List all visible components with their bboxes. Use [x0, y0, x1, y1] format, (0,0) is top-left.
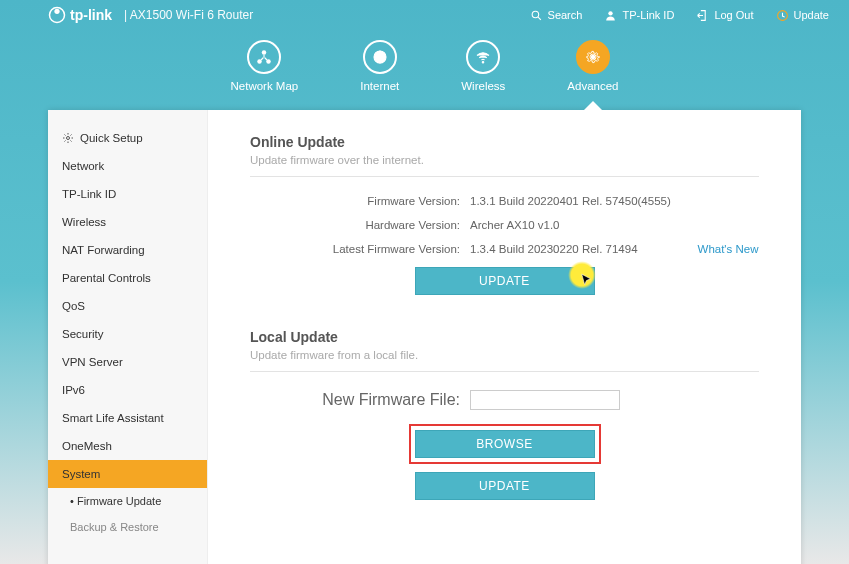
logout-link[interactable]: Log Out: [696, 9, 753, 22]
sidebar-item[interactable]: Parental Controls: [48, 264, 207, 292]
update-icon: [776, 9, 789, 22]
firmware-version-value: 1.3.1 Build 20220401 Rel. 57450(4555): [470, 195, 671, 207]
tab-network-map[interactable]: Network Map: [231, 40, 299, 92]
user-icon: [604, 9, 617, 22]
sidebar-sub-backup-restore[interactable]: Backup & Restore: [48, 514, 207, 540]
svg-point-14: [67, 137, 70, 140]
product-name: | AX1500 Wi-Fi 6 Router: [124, 8, 253, 22]
search-link[interactable]: Search: [530, 9, 583, 22]
globe-icon: [371, 48, 389, 66]
tab-internet[interactable]: Internet: [360, 40, 399, 92]
network-map-icon: [255, 48, 273, 66]
hardware-version-label: Hardware Version:: [250, 219, 470, 231]
latest-firmware-label: Latest Firmware Version:: [250, 243, 470, 255]
tplink-logo-icon: [48, 6, 66, 24]
sidebar-item[interactable]: QoS: [48, 292, 207, 320]
sidebar-item[interactable]: Smart Life Assistant: [48, 404, 207, 432]
tplink-id-link[interactable]: TP-Link ID: [604, 9, 674, 22]
svg-point-4: [609, 11, 613, 15]
browse-button[interactable]: BROWSE: [415, 430, 595, 458]
latest-firmware-value: 1.3.4 Build 20230220 Rel. 71494: [470, 243, 638, 255]
local-update-button[interactable]: UPDATE: [415, 472, 595, 500]
content-area: Online Update Update firmware over the i…: [208, 110, 801, 564]
local-update-desc: Update firmware from a local file.: [250, 349, 759, 361]
gear-small-icon: [62, 132, 74, 144]
wifi-icon: [474, 48, 492, 66]
browse-highlight-box: BROWSE: [409, 424, 601, 464]
main-tabs: Network Map Internet Wireless Advanced: [0, 40, 849, 92]
svg-point-6: [262, 50, 267, 55]
sidebar-item[interactable]: IPv6: [48, 376, 207, 404]
tab-advanced[interactable]: Advanced: [567, 40, 618, 92]
main-panel: Quick Setup Network TP-Link ID Wireless …: [48, 110, 801, 564]
new-firmware-file-input[interactable]: [470, 390, 620, 410]
gear-icon: [584, 48, 602, 66]
brand-logo: tp-link | AX1500 Wi-Fi 6 Router: [48, 6, 253, 24]
hardware-version-value: Archer AX10 v1.0: [470, 219, 560, 231]
sidebar-item[interactable]: Security: [48, 320, 207, 348]
divider: [250, 371, 759, 372]
sidebar-item[interactable]: VPN Server: [48, 348, 207, 376]
svg-line-3: [538, 17, 541, 20]
sidebar-item[interactable]: OneMesh: [48, 432, 207, 460]
whats-new-link[interactable]: What's New: [698, 243, 759, 255]
top-bar: tp-link | AX1500 Wi-Fi 6 Router Search T…: [0, 0, 849, 30]
sidebar-sub-firmware-update[interactable]: Firmware Update: [48, 488, 207, 514]
new-firmware-file-label: New Firmware File:: [250, 391, 470, 409]
sidebar-item[interactable]: Wireless: [48, 208, 207, 236]
svg-point-12: [483, 62, 485, 64]
divider: [250, 176, 759, 177]
sidebar-item[interactable]: NAT Forwarding: [48, 236, 207, 264]
brand-text: tp-link: [70, 7, 112, 23]
svg-point-1: [54, 9, 59, 14]
sidebar-item[interactable]: Network: [48, 152, 207, 180]
update-link[interactable]: Update: [776, 9, 829, 22]
sidebar: Quick Setup Network TP-Link ID Wireless …: [48, 110, 208, 564]
sidebar-item[interactable]: TP-Link ID: [48, 180, 207, 208]
svg-point-2: [532, 11, 539, 18]
online-update-desc: Update firmware over the internet.: [250, 154, 759, 166]
sidebar-quick-setup[interactable]: Quick Setup: [48, 124, 207, 152]
online-update-button[interactable]: UPDATE: [415, 267, 595, 295]
firmware-version-label: Firmware Version:: [250, 195, 470, 207]
local-update-title: Local Update: [250, 329, 759, 345]
logout-icon: [696, 9, 709, 22]
online-update-title: Online Update: [250, 134, 759, 150]
tab-wireless[interactable]: Wireless: [461, 40, 505, 92]
sidebar-item-system[interactable]: System: [48, 460, 207, 488]
svg-point-13: [591, 55, 596, 60]
search-icon: [530, 9, 543, 22]
